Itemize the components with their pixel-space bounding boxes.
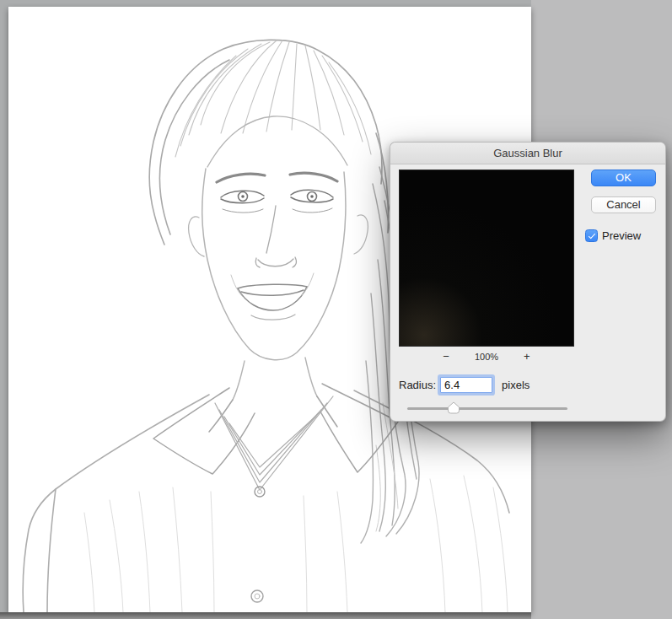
radius-input[interactable] [440, 377, 492, 393]
checkmark-icon [589, 231, 595, 239]
gaussian-blur-dialog: Gaussian Blur − 100% + OK Cancel Preview… [390, 142, 666, 422]
preview-zoom-controls: − 100% + [399, 350, 574, 363]
dialog-title: Gaussian Blur [493, 147, 562, 159]
zoom-level-label: 100% [475, 352, 498, 362]
radius-slider[interactable] [407, 399, 567, 417]
dialog-titlebar[interactable]: Gaussian Blur [390, 143, 665, 164]
radius-field-row: Radius: pixels [399, 377, 530, 393]
filter-preview-thumbnail[interactable] [399, 170, 574, 347]
ok-button[interactable]: OK [591, 170, 656, 186]
zoom-out-button[interactable]: − [440, 351, 452, 363]
radius-unit-label: pixels [502, 379, 530, 391]
photoshop-workspace: Gaussian Blur − 100% + OK Cancel Preview… [0, 0, 672, 619]
zoom-in-button[interactable]: + [521, 351, 533, 363]
radius-label: Radius: [399, 379, 436, 391]
canvas-bottom-edge [0, 612, 531, 619]
preview-checkbox[interactable] [585, 229, 598, 242]
preview-checkbox-label: Preview [602, 229, 641, 242]
cancel-button[interactable]: Cancel [591, 196, 656, 213]
slider-thumb[interactable] [447, 401, 460, 415]
slider-track[interactable] [407, 407, 567, 410]
preview-checkbox-group[interactable]: Preview [585, 229, 641, 242]
